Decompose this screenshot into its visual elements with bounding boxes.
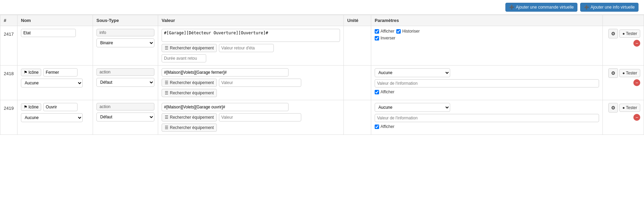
valeur-cell-2419: ☰ Rechercher équipement ☰ Rechercher équ… (158, 100, 344, 135)
col-nom: Nom (17, 15, 93, 26)
afficher-checkbox-2418[interactable] (375, 90, 379, 94)
actions-cell-2417: ⚙ ● Tester − (603, 26, 644, 66)
params-cell-2419: Aucune Afficher (371, 100, 603, 135)
tester-button-2419[interactable]: ● Tester (619, 104, 640, 112)
nom-cell-2418: ⚑ Icône Aucune (17, 66, 93, 100)
nom-input-2417[interactable] (21, 29, 76, 37)
col-sous-type: Sous-Type (93, 15, 158, 26)
top-bar: ➕ Ajouter une commande virtuelle ➕ Ajout… (0, 0, 644, 15)
actions-cell-2419: ⚙ ● Tester − (603, 100, 644, 135)
list-icon: ☰ (165, 80, 168, 85)
plus-icon: ➕ (509, 5, 514, 10)
plus-icon: ➕ (584, 5, 589, 10)
search-equip-btn2-2419[interactable]: ☰ Rechercher équipement (162, 124, 217, 132)
valeur-info-input-2419[interactable] (375, 114, 599, 122)
unite-cell-2418 (344, 66, 371, 100)
table-row: 2419 ⚑ Icône Aucune (0, 100, 644, 135)
row-id-2417: 2417 (0, 26, 17, 66)
sous-type-badge-2419: action (96, 103, 154, 110)
search-equip-btn1-2418[interactable]: ☰ Rechercher équipement (162, 79, 217, 87)
flag-icon: ⚑ (24, 70, 27, 75)
sous-type-cell-2419: action Défaut (93, 100, 158, 135)
gear-button-2419[interactable]: ⚙ (608, 103, 618, 113)
search-equip-btn1-2419[interactable]: ☰ Rechercher équipement (162, 113, 217, 121)
nom-select-2418[interactable]: Aucune (21, 79, 83, 87)
search-equip-btn2-2418[interactable]: ☰ Rechercher équipement (162, 89, 217, 97)
aucune-select-2419[interactable]: Aucune (375, 103, 450, 112)
valeur-sub-input-2418[interactable] (219, 79, 301, 87)
sous-type-select-2418[interactable]: Défaut (96, 78, 154, 87)
sous-type-badge-2418: action (96, 68, 154, 76)
row-id-2419: 2419 (0, 100, 17, 135)
afficher-checkbox-2417[interactable] (375, 29, 379, 34)
sous-type-cell-2417: info Binaire (93, 26, 158, 66)
col-unite: Unité (344, 15, 371, 26)
sous-type-select-2417[interactable]: Binaire (96, 38, 154, 47)
historiser-param-2417[interactable]: Historiser (396, 29, 420, 34)
historiser-checkbox-2417[interactable] (396, 29, 401, 34)
unite-cell-2419 (344, 100, 371, 135)
valeur-input-2418[interactable] (162, 68, 289, 77)
unite-cell-2417 (344, 26, 371, 66)
sous-type-select-2419[interactable]: Défaut (96, 113, 154, 121)
list-icon: ☰ (165, 46, 168, 50)
valeur-retour-input-2417[interactable] (219, 44, 274, 52)
nom-cell-2417 (17, 26, 93, 66)
list-icon: ☰ (165, 115, 168, 120)
aucune-select-2418[interactable]: Aucune (375, 68, 450, 77)
inverser-param-2417[interactable]: Inverser (375, 36, 395, 40)
valeur-input-2419[interactable] (162, 103, 289, 111)
add-virtual-cmd-button[interactable]: ➕ Ajouter une commande virtuelle (505, 3, 577, 12)
actions-cell-2418: ⚙ ● Tester − (603, 66, 644, 100)
rss-icon: ● (622, 31, 625, 36)
afficher-param-2418[interactable]: Afficher (375, 90, 599, 94)
rss-icon: ● (622, 71, 625, 75)
icon-button-2419[interactable]: ⚑ Icône (21, 103, 41, 111)
remove-button-2417[interactable]: − (633, 40, 640, 47)
table-row: 2417 info Binaire #[Garage][Détecteur Ou… (0, 26, 644, 66)
valeur-info-input-2418[interactable] (375, 79, 599, 87)
col-valeur: Valeur (158, 15, 344, 26)
row-id-2418: 2418 (0, 66, 17, 100)
params-cell-2418: Aucune Afficher (371, 66, 603, 100)
icon-button-2418[interactable]: ⚑ Icône (21, 69, 41, 76)
valeur-sub-input-2419[interactable] (219, 113, 301, 121)
nom-select-2419[interactable]: Aucune (21, 113, 83, 122)
search-equip-btn1-2417[interactable]: ☰ Rechercher équipement (162, 44, 217, 52)
tester-button-2418[interactable]: ● Tester (619, 69, 640, 77)
flag-icon: ⚑ (24, 105, 27, 109)
list-icon: ☰ (165, 125, 168, 130)
afficher-param-2419[interactable]: Afficher (375, 124, 599, 129)
duree-input-2417[interactable] (162, 54, 206, 62)
tester-button-2417[interactable]: ● Tester (619, 30, 640, 38)
valeur-cell-2417: #[Garage][Détecteur Ouverture][Ouverture… (158, 26, 344, 66)
gear-button-2417[interactable]: ⚙ (608, 29, 618, 38)
col-params: Paramètres (371, 15, 603, 26)
valeur-cell-2418: ☰ Rechercher équipement ☰ Rechercher équ… (158, 66, 344, 100)
nom-cell-2419: ⚑ Icône Aucune (17, 100, 93, 135)
remove-button-2419[interactable]: − (633, 114, 640, 121)
afficher-param-2417[interactable]: Afficher (375, 29, 394, 34)
sous-type-cell-2418: action Défaut (93, 66, 158, 100)
nom-input-2418[interactable] (43, 68, 78, 77)
commands-table: # Nom Sous-Type Valeur Unité Paramètres … (0, 15, 644, 135)
list-icon: ☰ (165, 91, 168, 95)
rss-icon: ● (622, 105, 625, 110)
col-id: # (0, 15, 17, 26)
afficher-checkbox-2419[interactable] (375, 125, 379, 129)
sous-type-badge-2417: info (96, 29, 154, 36)
remove-button-2418[interactable]: − (633, 79, 640, 86)
col-actions (603, 15, 644, 26)
nom-input-2419[interactable] (43, 103, 78, 111)
valeur-textarea-2417[interactable]: #[Garage][Détecteur Ouverture][Ouverture… (162, 29, 340, 42)
table-row: 2418 ⚑ Icône Aucune (0, 66, 644, 100)
params-cell-2417: Afficher Historiser Inverser (371, 26, 603, 66)
inverser-checkbox-2417[interactable] (375, 36, 379, 40)
add-virtual-info-button[interactable]: ➕ Ajouter une info virtuelle (580, 3, 639, 12)
gear-button-2418[interactable]: ⚙ (608, 68, 618, 78)
